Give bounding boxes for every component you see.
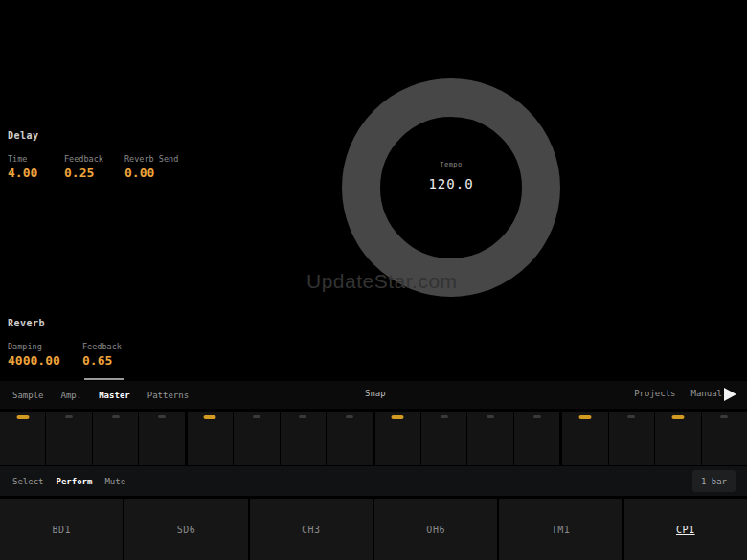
delay-time-param[interactable]: Time 4.00 (8, 154, 51, 180)
step-indicator (253, 415, 260, 418)
pad-cp1[interactable]: CP1 (624, 499, 747, 560)
pad-label: TM1 (552, 525, 571, 535)
step-12[interactable] (514, 412, 559, 465)
step-group-2 (188, 412, 373, 465)
pad-sd6[interactable]: SD6 (124, 499, 247, 560)
step-14[interactable] (609, 412, 654, 465)
pad-ch3[interactable]: CH3 (250, 499, 373, 560)
delay-section-title: Delay (8, 130, 199, 141)
step-3[interactable] (93, 412, 138, 465)
reverb-section-title: Reverb (8, 318, 143, 328)
mode-bar: Select Perform Mute 1 bar (0, 466, 747, 496)
tab-sample[interactable]: Sample (12, 391, 44, 400)
tempo-readout: Tempo 120.0 (374, 161, 528, 191)
tempo-value: 120.0 (374, 176, 528, 191)
reverb-damping-value[interactable]: 4000.00 (8, 353, 69, 368)
app-window: Delay Time 4.00 Feedback 0.25 Reverb Sen… (0, 0, 747, 560)
step-6[interactable] (234, 412, 279, 465)
step-indicator (441, 415, 448, 418)
step-indicator (578, 415, 591, 419)
pad-bd1[interactable]: BD1 (0, 499, 123, 560)
pad-tm1[interactable]: TM1 (499, 499, 622, 560)
step-4[interactable] (139, 412, 184, 465)
mode-mute[interactable]: Mute (104, 477, 125, 486)
step-15[interactable] (655, 412, 700, 465)
step-5[interactable] (188, 412, 233, 465)
delay-reverb-send-value[interactable]: 0.00 (124, 166, 186, 180)
tab-projects[interactable]: Projects (634, 389, 675, 398)
delay-reverb-send-label: Reverb Send (124, 154, 186, 164)
pad-label: OH6 (426, 525, 445, 535)
step-indicator (346, 415, 353, 418)
watermark-text: UpdateStar.com (306, 270, 458, 293)
pad-label: BD1 (52, 525, 71, 535)
step-indicator (299, 415, 306, 418)
step-indicator (204, 415, 216, 419)
delay-time-value[interactable]: 4.00 (8, 166, 51, 180)
tab-patterns[interactable]: Patterns (147, 391, 189, 400)
step-1[interactable] (0, 412, 45, 465)
mode-perform[interactable]: Perform (57, 477, 93, 486)
tempo-label: Tempo (374, 161, 528, 168)
reverb-section: Reverb Damping 4000.00 Feedback 0.65 (8, 318, 143, 368)
play-icon[interactable] (724, 388, 736, 401)
pad-label: CH3 (302, 525, 321, 535)
pad-oh6[interactable]: OH6 (374, 499, 497, 560)
step-indicator (16, 415, 29, 419)
delay-feedback-label: Feedback (64, 154, 111, 164)
step-indicator (627, 415, 635, 418)
step-2[interactable] (46, 412, 91, 465)
bar-length-button[interactable]: 1 bar (692, 470, 736, 492)
step-16[interactable] (702, 412, 747, 465)
step-indicator (487, 415, 494, 418)
tab-master[interactable]: Master (99, 391, 130, 400)
step-group-4 (562, 412, 747, 465)
delay-feedback-param[interactable]: Feedback 0.25 (64, 154, 111, 180)
step-indicator (392, 415, 404, 419)
step-group-3 (375, 412, 560, 465)
step-11[interactable] (467, 412, 512, 465)
delay-time-label: Time (8, 154, 51, 164)
step-sequencer (0, 412, 747, 465)
step-9[interactable] (375, 412, 420, 465)
delay-reverb-send-param[interactable]: Reverb Send 0.00 (124, 154, 186, 180)
reverb-damping-param[interactable]: Damping 4000.00 (8, 342, 69, 368)
mode-select[interactable]: Select (12, 477, 44, 486)
active-tab-indicator (84, 378, 124, 380)
reverb-damping-label: Damping (8, 342, 69, 351)
step-7[interactable] (281, 412, 326, 465)
step-indicator (720, 415, 728, 418)
tab-bar: Sample Amp. Master Patterns Snap Project… (0, 381, 747, 409)
step-indicator (671, 415, 684, 419)
step-indicator (65, 415, 73, 418)
step-group-1 (0, 412, 185, 465)
step-13[interactable] (562, 412, 607, 465)
tab-manual[interactable]: Manual (690, 389, 722, 398)
step-indicator (533, 415, 541, 418)
reverb-feedback-value[interactable]: 0.65 (82, 353, 129, 368)
step-8[interactable] (327, 412, 372, 465)
step-indicator (112, 415, 120, 418)
tab-amp[interactable]: Amp. (61, 391, 82, 400)
pads-row: BD1 SD6 CH3 OH6 TM1 CP1 (0, 499, 747, 560)
reverb-feedback-label: Feedback (82, 342, 129, 351)
delay-feedback-value[interactable]: 0.25 (64, 166, 111, 180)
step-indicator (158, 415, 166, 418)
step-10[interactable] (421, 412, 466, 465)
pad-label: SD6 (177, 525, 196, 535)
reverb-feedback-param[interactable]: Feedback 0.65 (82, 342, 129, 368)
tab-snap[interactable]: Snap (365, 389, 386, 398)
delay-section: Delay Time 4.00 Feedback 0.25 Reverb Sen… (8, 130, 199, 180)
pad-label: CP1 (676, 525, 695, 535)
